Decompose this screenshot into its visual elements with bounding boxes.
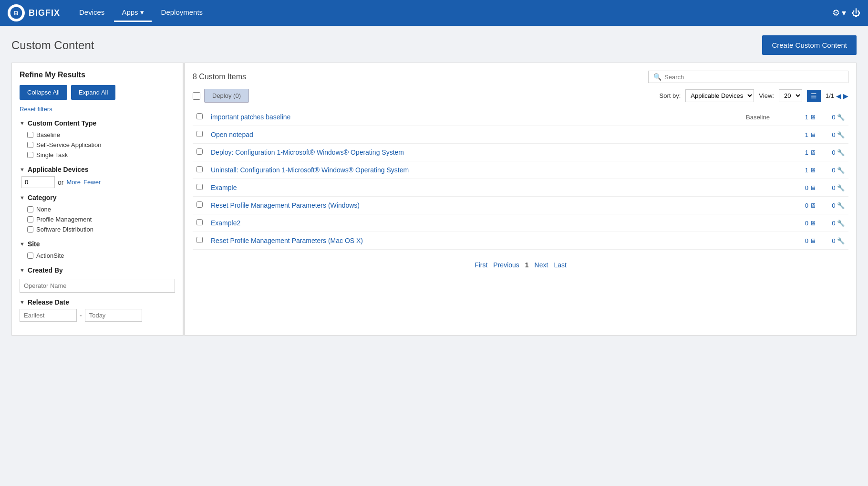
action-site-checkbox[interactable] [27, 253, 33, 259]
item-name-link[interactable]: Example2 [211, 219, 240, 227]
row-checkbox[interactable] [196, 113, 203, 119]
item-name-link[interactable]: Reset Profile Management Parameters (Mac… [211, 237, 363, 244]
item-name-link[interactable]: important patches baseline [211, 113, 290, 121]
wrench-icon[interactable]: 🔧 [837, 237, 845, 244]
filter-item-action-site: ActionSite [20, 251, 175, 261]
profile-management-checkbox[interactable] [27, 216, 33, 222]
row-actions-cell: 0 🔧 [820, 214, 848, 232]
item-name-link[interactable]: Example [211, 184, 237, 191]
row-checkbox[interactable] [196, 219, 203, 225]
filter-custom-content-type: ▼ Custom Content Type Baseline Self-Serv… [20, 119, 175, 160]
bigfix-icon: B [8, 4, 25, 21]
pagination: First Previous 1 Next Last [193, 250, 848, 273]
select-all-checkbox[interactable] [193, 92, 200, 100]
self-service-checkbox[interactable] [27, 142, 33, 148]
none-checkbox[interactable] [27, 206, 33, 212]
row-checkbox[interactable] [196, 237, 203, 243]
filter-category-header[interactable]: ▼ Category [20, 194, 175, 201]
pagination-next[interactable]: Next [535, 261, 548, 269]
row-name-cell: Uninstall: Configuration 1-Microsoft® Wi… [207, 161, 734, 179]
pagination-last[interactable]: Last [554, 261, 566, 269]
row-checkbox[interactable] [196, 166, 203, 172]
view-label: View: [759, 92, 774, 99]
filter-item-profile-management: Profile Management [20, 214, 175, 224]
action-count: 0 [832, 220, 835, 227]
filter-custom-content-type-header[interactable]: ▼ Custom Content Type [20, 119, 175, 127]
toolbar: Deploy (0) Sort by: Applicable Devices V… [193, 89, 848, 103]
row-actions-cell: 0 🔧 [820, 179, 848, 197]
reset-filters-link[interactable]: Reset filters [20, 106, 175, 113]
dropdown-arrow-icon: ▾ [140, 8, 144, 17]
content-header: 8 Custom Items 🔍 [193, 71, 848, 83]
filter-release-date-header[interactable]: ▼ Release Date [20, 298, 175, 306]
sidebar-title: Refine My Results [20, 71, 175, 79]
row-checkbox[interactable] [196, 148, 203, 155]
gear-button[interactable]: ⚙ ▾ [832, 8, 846, 18]
main-layout: Refine My Results Collapse All Expand Al… [0, 63, 868, 347]
monitor-icon: 🖥 [810, 237, 816, 244]
list-view-button[interactable]: ☰ [807, 90, 821, 102]
row-checkbox-cell [193, 232, 207, 250]
nav-items: Devices Apps ▾ Deployments [72, 4, 832, 22]
page-prev-arrow[interactable]: ◀ [836, 92, 841, 100]
software-distribution-checkbox[interactable] [27, 226, 33, 232]
wrench-icon[interactable]: 🔧 [837, 131, 845, 138]
more-link[interactable]: More [66, 179, 81, 186]
release-date-from-input[interactable] [20, 309, 77, 322]
pagination-previous[interactable]: Previous [493, 261, 519, 269]
row-actions-cell: 0 🔧 [820, 144, 848, 161]
page-info: 1/1 [826, 92, 834, 99]
search-input[interactable] [664, 74, 843, 81]
monitor-icon: 🖥 [810, 131, 816, 138]
nav-devices[interactable]: Devices [72, 4, 112, 21]
row-checkbox-cell [193, 108, 207, 126]
item-name-link[interactable]: Uninstall: Configuration 1-Microsoft® Wi… [211, 166, 409, 174]
table-row: Reset Profile Management Parameters (Win… [193, 197, 848, 214]
release-date-to-input[interactable] [85, 309, 142, 322]
wrench-icon[interactable]: 🔧 [837, 220, 845, 227]
nav-apps[interactable]: Apps ▾ [114, 4, 151, 22]
deploy-button[interactable]: Deploy (0) [204, 89, 249, 103]
baseline-checkbox[interactable] [27, 132, 33, 138]
expand-all-button[interactable]: Expand All [71, 85, 115, 100]
filter-site-header[interactable]: ▼ Site [20, 240, 175, 248]
item-name-link[interactable]: Deploy: Configuration 1-Microsoft® Windo… [211, 148, 404, 156]
wrench-icon[interactable]: 🔧 [837, 184, 845, 191]
filter-applicable-devices-header[interactable]: ▼ Applicable Devices [20, 166, 175, 173]
chevron-down-icon: ▼ [20, 120, 25, 126]
row-checkbox[interactable] [196, 131, 203, 137]
single-task-checkbox[interactable] [27, 152, 33, 158]
wrench-icon[interactable]: 🔧 [837, 149, 845, 156]
wrench-icon[interactable]: 🔧 [837, 114, 845, 121]
row-actions-cell: 0 🔧 [820, 161, 848, 179]
item-name-link[interactable]: Reset Profile Management Parameters (Win… [211, 201, 360, 209]
filter-release-date: ▼ Release Date - [20, 298, 175, 322]
collapse-all-button[interactable]: Collapse All [20, 85, 67, 100]
pagination-first[interactable]: First [475, 261, 487, 269]
row-checkbox[interactable] [196, 184, 203, 190]
row-devices-cell: 0 🖥 [782, 179, 820, 197]
brand-logo[interactable]: B BIGFIX [8, 4, 60, 21]
filter-created-by-header[interactable]: ▼ Created By [20, 266, 175, 274]
row-type-cell [734, 179, 782, 197]
item-name-link[interactable]: Open notepad [211, 131, 253, 138]
row-name-cell: Example2 [207, 214, 734, 232]
applicable-devices-row: or More Fewer [20, 176, 175, 188]
wrench-icon[interactable]: 🔧 [837, 202, 845, 209]
nav-deployments[interactable]: Deployments [154, 4, 211, 21]
device-count: 0 🖥 [805, 220, 816, 227]
power-button[interactable]: ⏻ [852, 8, 860, 18]
search-box: 🔍 [648, 71, 848, 83]
row-name-cell: Deploy: Configuration 1-Microsoft® Windo… [207, 144, 734, 161]
chevron-down-icon: ▼ [20, 195, 25, 201]
create-custom-content-button[interactable]: Create Custom Content [762, 35, 857, 55]
view-select[interactable]: 20 [779, 89, 802, 102]
page-next-arrow[interactable]: ▶ [843, 92, 848, 100]
created-by-input[interactable] [20, 279, 175, 293]
row-checkbox-cell [193, 161, 207, 179]
wrench-icon[interactable]: 🔧 [837, 167, 845, 174]
fewer-link[interactable]: Fewer [83, 179, 101, 186]
row-checkbox[interactable] [196, 201, 203, 208]
applicable-devices-input[interactable] [21, 176, 55, 188]
sort-by-select[interactable]: Applicable Devices [685, 89, 754, 102]
